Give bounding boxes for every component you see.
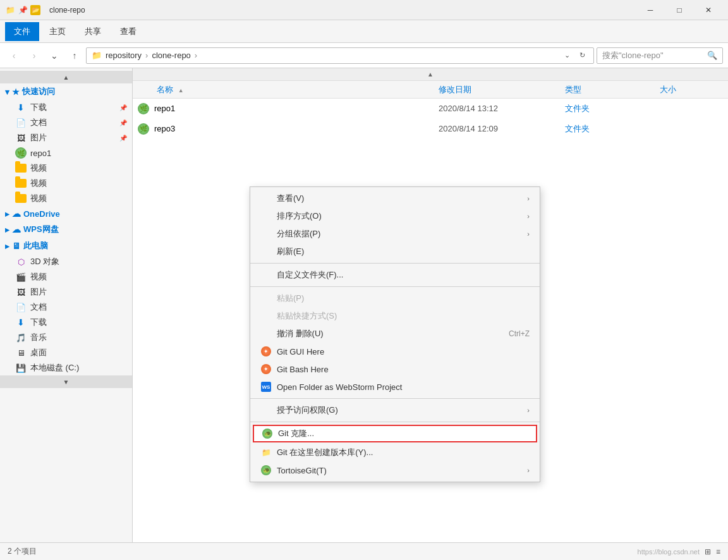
sidebar-item-label: 图片	[30, 286, 47, 298]
menu-item-undo[interactable]: 撤消 删除(U) Ctrl+Z	[250, 325, 540, 343]
sidebar-item-video3[interactable]: 视频	[0, 191, 132, 206]
search-icon: 🔍	[707, 51, 717, 60]
sidebar-onedrive[interactable]: ▸ ☁ OneDrive	[0, 206, 132, 221]
pin-icon: 📌	[119, 119, 127, 126]
file-list-header: 名称 ▲ 修改日期 类型 大小	[133, 81, 728, 99]
menu-item-sort[interactable]: 排序方式(O) ›	[250, 207, 540, 225]
close-button[interactable]: ✕	[694, 0, 723, 20]
ribbon: 文件 主页 共享 查看	[0, 20, 728, 43]
repo-folder-icon: 🌿	[138, 103, 149, 114]
table-row[interactable]: 🌿 repo1 2020/8/14 13:12 文件夹	[133, 99, 728, 119]
sidebar-scroll-up[interactable]: ▲	[0, 71, 132, 83]
sidebar-item-label: 桌面	[30, 347, 47, 358]
table-row[interactable]: 🌿 repo3 2020/8/14 12:09 文件夹	[133, 119, 728, 139]
onedrive-label: OneDrive	[23, 209, 60, 219]
menu-label: 排序方式(O)	[277, 210, 322, 222]
menu-label: 授予访问权限(G)	[277, 405, 338, 416]
file-type-cell: 文件夹	[565, 103, 660, 114]
music-icon: 🎵	[15, 332, 27, 343]
sidebar-item-3d[interactable]: ⬡ 3D 对象	[0, 254, 132, 269]
scroll-up-arrow: ▲	[427, 71, 434, 78]
menu-item-git-bash[interactable]: ✦ Git Bash Here	[250, 360, 540, 378]
quick-access-star: ★	[12, 87, 20, 97]
minimize-button[interactable]: ─	[636, 0, 665, 20]
dropdown-button[interactable]: ⌄	[46, 47, 63, 64]
address-path[interactable]: 📁 repository › clone-repo › ⌄ ↻	[86, 47, 594, 64]
col-header-type[interactable]: 类型	[565, 84, 660, 95]
watermark: https://blog.csdn.net	[638, 548, 700, 556]
3d-icon: ⬡	[15, 256, 27, 267]
menu-item-group[interactable]: 分组依据(P) ›	[250, 225, 540, 243]
search-bar[interactable]: 搜索"clone-repo" 🔍	[597, 47, 723, 64]
forward-button[interactable]: ›	[25, 47, 43, 64]
menu-label: Git 在这里创建版本库(Y)...	[277, 447, 373, 458]
menu-item-paste-shortcut: 粘贴快捷方式(S)	[250, 307, 540, 325]
sidebar-thispc[interactable]: ▸ 🖥 此电脑	[0, 238, 132, 254]
sidebar-item-video1[interactable]: 视频	[0, 161, 132, 176]
sidebar-item-docs[interactable]: 📄 文档 📌	[0, 115, 132, 130]
sidebar-item-images-pc[interactable]: 🖼 图片	[0, 284, 132, 300]
sidebar-item-label: 视频	[30, 162, 47, 174]
sidebar-item-video-pc[interactable]: 🎬 视频	[0, 269, 132, 284]
menu-item-grant-access[interactable]: 授予访问权限(G) ›	[250, 401, 540, 419]
path-dropdown[interactable]: ⌄	[561, 49, 573, 62]
maximize-button[interactable]: □	[665, 0, 694, 20]
menu-item-git-gui[interactable]: ✦ Git GUI Here	[250, 343, 540, 360]
status-bar: 2 个项目 https://blog.csdn.net ⊞ ≡	[0, 542, 728, 560]
menu-label: 分组依据(P)	[277, 228, 320, 240]
view-icon-list[interactable]: ≡	[716, 547, 720, 556]
sidebar-item-desktop[interactable]: 🖥 桌面	[0, 345, 132, 360]
title-bar-icons: 📁 📌 📂	[5, 5, 44, 15]
sidebar-item-downloads[interactable]: ⬇ 下载 📌	[0, 100, 132, 115]
file-name-label: repo1	[154, 104, 175, 113]
sidebar-item-video2[interactable]: 视频	[0, 176, 132, 191]
sidebar-wps[interactable]: ▸ ☁ WPS网盘	[0, 221, 132, 238]
sidebar-item-repo1[interactable]: 🌿 repo1	[0, 145, 132, 161]
menu-item-tortoisegit[interactable]: 🐢 TortoiseGit(T) ›	[250, 461, 540, 479]
sidebar-item-label: 文档	[30, 117, 47, 128]
sidebar-item-label: 3D 对象	[30, 256, 59, 267]
tab-share[interactable]: 共享	[76, 22, 110, 41]
path-segment-2[interactable]: clone-repo	[152, 51, 190, 60]
menu-item-webstorm[interactable]: WS Open Folder as WebStorm Project	[250, 378, 540, 396]
sidebar-item-label: 本地磁盘 (C:)	[30, 362, 79, 374]
sidebar-item-docs-pc[interactable]: 📄 文档	[0, 300, 132, 315]
file-list-scroll-up[interactable]: ▲	[133, 68, 728, 81]
thispc-icon: 🖥	[12, 241, 21, 251]
back-button[interactable]: ‹	[5, 47, 23, 64]
path-segment-1[interactable]: repository	[106, 51, 142, 60]
sidebar-item-label: 视频	[30, 271, 47, 283]
folder-icon: 📂	[30, 5, 40, 15]
col-header-size[interactable]: 大小	[660, 84, 723, 95]
tab-file[interactable]: 文件	[5, 22, 39, 41]
menu-item-customize[interactable]: 自定义文件夹(F)...	[250, 266, 540, 284]
refresh-button[interactable]: ↻	[576, 49, 588, 62]
menu-label: Git Bash Here	[277, 365, 329, 374]
tab-view[interactable]: 查看	[111, 22, 145, 41]
menu-item-git-clone[interactable]: 🐢 Git 克隆...	[253, 425, 537, 442]
menu-item-view[interactable]: 查看(V) ›	[250, 190, 540, 207]
sidebar-item-images[interactable]: 🖼 图片 📌	[0, 130, 132, 145]
sort-menu-icon	[260, 210, 272, 222]
sidebar-item-hdd[interactable]: 💾 本地磁盘 (C:)	[0, 360, 132, 375]
folder-icon3	[15, 193, 27, 204]
grant-access-icon	[260, 405, 272, 416]
menu-item-git-create-repo[interactable]: 📁 Git 在这里创建版本库(Y)...	[250, 444, 540, 461]
view-icon-grid[interactable]: ⊞	[705, 547, 711, 556]
file-date-cell: 2020/8/14 12:09	[439, 124, 565, 133]
view-menu-icon	[260, 193, 272, 204]
sidebar-quick-access[interactable]: ▾ ★ 快速访问	[0, 83, 132, 100]
menu-item-refresh[interactable]: 刷新(E)	[250, 243, 540, 260]
sidebar-item-music[interactable]: 🎵 音乐	[0, 330, 132, 345]
up-button[interactable]: ↑	[66, 47, 83, 64]
sidebar-item-dl-pc[interactable]: ⬇ 下载	[0, 315, 132, 330]
quick-access-arrow: ▾	[5, 87, 9, 97]
folder-icon2	[15, 178, 27, 189]
menu-label: 撤消 删除(U)	[277, 328, 324, 339]
col-header-name[interactable]: 名称 ▲	[138, 84, 439, 95]
col-header-date[interactable]: 修改日期	[439, 84, 565, 95]
pin-icon: 📌	[119, 135, 127, 142]
sidebar-scroll-down[interactable]: ▼	[0, 375, 132, 388]
tab-home[interactable]: 主页	[40, 22, 75, 41]
wps-icon: ☁	[12, 224, 21, 234]
